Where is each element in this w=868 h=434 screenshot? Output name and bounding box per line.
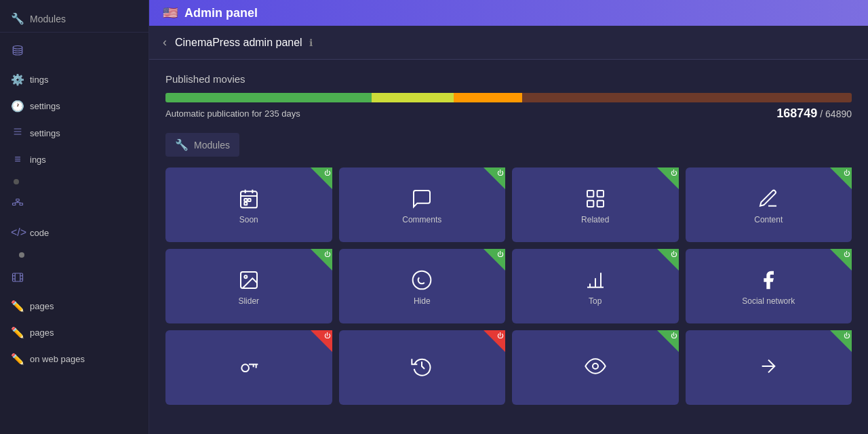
comments-badge: ⏻ bbox=[484, 167, 505, 189]
count-current: 168749 bbox=[776, 106, 817, 120]
sidebar-item-edit1[interactable]: ✏️ pages bbox=[0, 293, 149, 319]
section-title: Published movies bbox=[165, 73, 852, 85]
slider-label: Slider bbox=[238, 296, 259, 306]
comments-label: Comments bbox=[402, 215, 441, 224]
chat-icon bbox=[411, 188, 433, 210]
sidebar-item-psettings[interactable]: ≡ ings bbox=[0, 146, 149, 172]
sidebar-edit2-label: pages bbox=[30, 328, 54, 338]
modules-header: 🔧 Modules bbox=[165, 133, 239, 157]
soon-power-icon: ⏻ bbox=[324, 170, 330, 176]
svg-rect-17 bbox=[241, 191, 257, 208]
arrowright-icon bbox=[757, 355, 779, 377]
comments-power-icon: ⏻ bbox=[497, 170, 503, 176]
module-eye[interactable]: ⏻ bbox=[512, 330, 679, 405]
sidebar-item-edit3[interactable]: ✏️ on web pages bbox=[0, 346, 149, 372]
edit3-icon: ✏️ bbox=[11, 353, 24, 366]
svg-rect-4 bbox=[16, 199, 20, 201]
eye-badge: ⏻ bbox=[657, 330, 679, 352]
sidebar-psettings-label: ings bbox=[30, 155, 46, 165]
eye-power-icon: ⏻ bbox=[671, 332, 677, 339]
modules-grid: ⏻ Soon ⏻ bbox=[165, 167, 852, 405]
svg-rect-5 bbox=[13, 203, 16, 205]
progress-seg-brown bbox=[522, 93, 852, 102]
top-power-icon: ⏻ bbox=[671, 251, 677, 258]
module-history[interactable]: ⏻ bbox=[339, 330, 506, 405]
wrench-icon: 🔧 bbox=[11, 12, 24, 25]
edit1-icon: ✏️ bbox=[11, 300, 24, 313]
count-total: 64890 bbox=[825, 108, 852, 119]
svg-point-35 bbox=[241, 364, 249, 372]
sidebar-item-csettings[interactable]: 🕐 settings bbox=[0, 93, 149, 119]
module-hide[interactable]: ⏻ Hide bbox=[339, 249, 506, 323]
sidebar-item-listsettings[interactable]: settings bbox=[0, 119, 149, 146]
list-icon bbox=[11, 126, 24, 140]
sidebar-item-db[interactable] bbox=[0, 38, 149, 66]
back-button[interactable]: ‹ bbox=[163, 35, 167, 50]
calendar-icon bbox=[238, 188, 260, 210]
module-key[interactable]: ⏻ bbox=[165, 330, 332, 405]
svg-line-8 bbox=[14, 202, 18, 203]
module-content[interactable]: ⏻ Content bbox=[686, 167, 852, 242]
social-badge: ⏻ bbox=[830, 249, 852, 271]
slider-power-icon: ⏻ bbox=[324, 251, 330, 258]
hide-label: Hide bbox=[414, 296, 431, 306]
module-socialnetwork[interactable]: ⏻ Social network bbox=[686, 249, 852, 323]
sidebar-item-hierarchy[interactable] bbox=[0, 191, 149, 220]
module-comments[interactable]: ⏻ Comments bbox=[339, 167, 506, 242]
module-top[interactable]: ⏻ Top bbox=[512, 249, 679, 323]
info-icon[interactable]: ℹ bbox=[309, 37, 313, 48]
modules-header-label: Modules bbox=[194, 140, 230, 151]
sidebar-item-dot2 bbox=[0, 245, 149, 264]
sidebar-csettings-label: settings bbox=[30, 101, 60, 111]
published-movies-section: Published movies Automatic publication f… bbox=[165, 73, 852, 121]
related-label: Related bbox=[581, 215, 609, 224]
social-power-icon: ⏻ bbox=[844, 251, 850, 258]
facebook-icon bbox=[757, 269, 779, 291]
svg-point-39 bbox=[593, 363, 598, 369]
code-icon: </> bbox=[11, 226, 24, 239]
svg-point-0 bbox=[13, 46, 22, 50]
arrow-badge: ⏻ bbox=[830, 330, 852, 352]
hide-badge: ⏻ bbox=[484, 249, 505, 271]
content-badge: ⏻ bbox=[830, 167, 852, 189]
svg-rect-27 bbox=[597, 201, 603, 207]
module-related[interactable]: ⏻ Related bbox=[512, 167, 679, 242]
sidebar-edit1-label: pages bbox=[30, 301, 54, 311]
db-icon bbox=[11, 45, 24, 60]
clock-icon: 🕐 bbox=[11, 100, 24, 113]
sidebar-settings-label: tings bbox=[30, 75, 48, 85]
auto-label: Automatic publication for 235 days bbox=[165, 108, 300, 119]
soon-label: Soon bbox=[239, 215, 258, 224]
sidebar-list-label: settings bbox=[30, 128, 60, 138]
sidebar-item-settings[interactable]: ⚙️ tings bbox=[0, 66, 149, 93]
key-icon bbox=[238, 355, 260, 377]
top-badge: ⏻ bbox=[657, 249, 679, 271]
svg-rect-24 bbox=[587, 191, 593, 197]
sidebar-item-film[interactable] bbox=[0, 264, 149, 293]
banner-title: Admin panel bbox=[184, 6, 258, 20]
key-badge: ⏻ bbox=[311, 330, 332, 352]
copyright-icon bbox=[411, 269, 433, 291]
related-power-icon: ⏻ bbox=[671, 170, 677, 176]
module-arrow[interactable]: ⏻ bbox=[686, 330, 852, 405]
sidebar-item-edit2[interactable]: ✏️ pages bbox=[0, 319, 149, 346]
history-power-icon: ⏻ bbox=[497, 332, 503, 339]
sidebar-item-code[interactable]: </> code bbox=[0, 220, 149, 245]
progress-bar bbox=[165, 93, 852, 102]
progress-numbers: 168749 / 64890 bbox=[776, 106, 852, 121]
svg-rect-22 bbox=[248, 199, 250, 201]
svg-point-29 bbox=[244, 275, 247, 278]
menu-icon: ≡ bbox=[11, 153, 24, 165]
svg-point-30 bbox=[413, 271, 431, 290]
svg-rect-23 bbox=[244, 202, 247, 205]
module-slider[interactable]: ⏻ Slider bbox=[165, 249, 332, 323]
grid-icon bbox=[585, 188, 606, 210]
gear-icon: ⚙️ bbox=[11, 73, 24, 86]
hide-power-icon: ⏻ bbox=[497, 251, 503, 258]
progress-seg-green bbox=[165, 93, 372, 102]
sidebar-code-label: code bbox=[30, 228, 49, 238]
edit2-icon: ✏️ bbox=[11, 326, 24, 339]
related-badge: ⏻ bbox=[657, 167, 679, 189]
history-badge: ⏻ bbox=[484, 330, 505, 352]
module-soon[interactable]: ⏻ Soon bbox=[165, 167, 332, 242]
